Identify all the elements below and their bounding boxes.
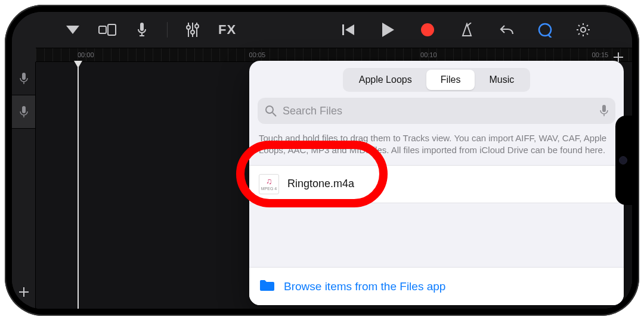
import-hint-text: Touch and hold files to drag them to Tra… bbox=[249, 130, 624, 165]
microphone-icon bbox=[20, 73, 28, 85]
search-icon bbox=[265, 105, 277, 117]
fx-label: FX bbox=[218, 22, 236, 38]
settings-button[interactable] bbox=[570, 17, 596, 43]
home-indicator[interactable] bbox=[277, 301, 367, 304]
play-icon bbox=[382, 23, 394, 37]
file-list: ♫ MPEG 4 Ringtone.m4a bbox=[249, 165, 624, 203]
rewind-icon bbox=[342, 23, 355, 36]
svg-rect-3 bbox=[140, 23, 144, 31]
seg-files[interactable]: Files bbox=[426, 70, 475, 90]
svg-rect-29 bbox=[602, 105, 606, 112]
microphone-icon bbox=[137, 23, 147, 37]
svg-marker-14 bbox=[382, 23, 394, 37]
microphone-icon bbox=[20, 106, 28, 118]
svg-marker-13 bbox=[345, 24, 354, 35]
play-button[interactable] bbox=[375, 17, 401, 43]
browse-files-row[interactable]: Browse items from the Files app bbox=[249, 267, 624, 305]
track-header[interactable] bbox=[12, 62, 35, 95]
transport-group bbox=[336, 17, 480, 43]
chevron-down-icon bbox=[66, 26, 79, 34]
screen: FX bbox=[12, 12, 632, 309]
loop-icon bbox=[537, 22, 553, 38]
timeline-ruler[interactable]: 00:00 00:05 00:10 00:15 bbox=[36, 48, 632, 62]
metronome-button[interactable] bbox=[454, 17, 480, 43]
seg-music[interactable]: Music bbox=[475, 70, 528, 90]
svg-point-18 bbox=[581, 27, 586, 32]
ruler-mark: 00:00 bbox=[78, 51, 94, 58]
undo-icon bbox=[500, 23, 514, 36]
seg-apple-loops[interactable]: Apple Loops bbox=[345, 70, 426, 90]
ruler-mark: 00:10 bbox=[420, 51, 437, 58]
undo-button[interactable] bbox=[494, 17, 520, 43]
track-headers bbox=[12, 62, 36, 309]
svg-point-11 bbox=[195, 24, 199, 28]
svg-rect-12 bbox=[342, 24, 344, 35]
toolbar-right-group bbox=[494, 17, 596, 43]
svg-point-17 bbox=[539, 24, 551, 36]
add-track-button[interactable] bbox=[12, 275, 35, 309]
mic-button[interactable] bbox=[129, 17, 155, 43]
folder-icon bbox=[259, 279, 275, 294]
metronome-icon bbox=[460, 23, 473, 37]
mixer-button[interactable] bbox=[179, 17, 206, 43]
source-segmented-control: Apple Loops Files Music bbox=[343, 68, 531, 92]
view-menu-button[interactable] bbox=[60, 17, 86, 43]
ruler-mark: 00:15 bbox=[592, 51, 609, 58]
svg-line-28 bbox=[273, 113, 276, 116]
ruler-mark: 00:05 bbox=[249, 51, 266, 58]
top-toolbar: FX bbox=[12, 12, 632, 48]
dictation-icon[interactable] bbox=[600, 105, 608, 117]
music-note-icon: ♫ bbox=[266, 177, 273, 185]
file-badge: MPEG 4 bbox=[261, 187, 277, 191]
file-row[interactable]: ♫ MPEG 4 Ringtone.m4a bbox=[249, 166, 624, 203]
notch bbox=[615, 116, 632, 205]
browse-files-label: Browse items from the Files app bbox=[284, 280, 445, 293]
toolbar-left-group: FX bbox=[60, 17, 240, 43]
gear-icon bbox=[575, 22, 591, 38]
sliders-icon bbox=[186, 23, 199, 37]
search-field[interactable] bbox=[258, 98, 615, 124]
loop-browser-popover: Apple Loops Files Music Touch and hold f… bbox=[249, 61, 624, 305]
record-button[interactable] bbox=[414, 17, 441, 43]
svg-rect-21 bbox=[22, 73, 26, 80]
track-view-button[interactable] bbox=[94, 17, 120, 43]
phone-frame: FX bbox=[5, 5, 639, 316]
playhead[interactable] bbox=[78, 62, 79, 309]
toolbar-divider bbox=[167, 22, 168, 38]
track-view-icon bbox=[98, 24, 116, 36]
svg-marker-0 bbox=[66, 26, 79, 34]
loop-browser-button[interactable] bbox=[532, 17, 558, 43]
svg-point-7 bbox=[187, 26, 190, 29]
svg-rect-1 bbox=[99, 26, 106, 33]
search-input[interactable] bbox=[283, 105, 594, 117]
record-icon bbox=[421, 23, 434, 36]
plus-icon bbox=[18, 286, 30, 298]
rewind-button[interactable] bbox=[336, 17, 362, 43]
svg-rect-2 bbox=[108, 24, 116, 35]
fx-button[interactable]: FX bbox=[214, 17, 240, 43]
track-header-selected[interactable] bbox=[12, 95, 35, 129]
file-thumbnail: ♫ MPEG 4 bbox=[259, 174, 279, 194]
svg-point-27 bbox=[266, 106, 273, 113]
segmented-control-wrap: Apple Loops Files Music bbox=[249, 61, 624, 98]
file-name: Ringtone.m4a bbox=[287, 178, 354, 190]
svg-point-9 bbox=[191, 30, 194, 34]
svg-rect-23 bbox=[22, 106, 26, 113]
